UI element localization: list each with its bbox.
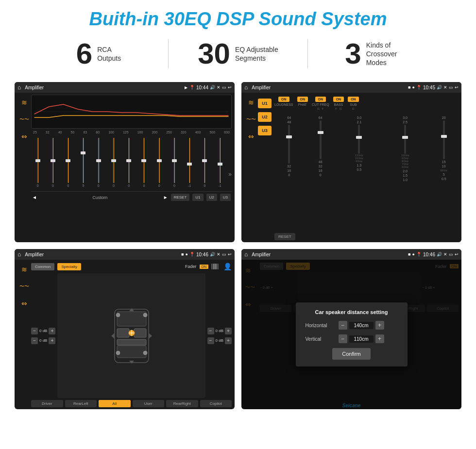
svg-marker-18 bbox=[149, 333, 152, 338]
speaker-icon-2: 🔊 bbox=[437, 85, 442, 90]
eq-slider-11[interactable]: 0 bbox=[198, 138, 211, 187]
screen-eq: ⌂ Amplifier ▶ 📍 10:44 🔊 ✕ ▭ ↩ ≋ 〜〜 ⇔ bbox=[15, 82, 235, 242]
wave-icon-2[interactable]: 〜〜 bbox=[246, 116, 256, 123]
db-left-bottom-plus[interactable]: + bbox=[49, 337, 55, 344]
vertical-minus[interactable]: − bbox=[339, 334, 347, 343]
home-icon-2[interactable]: ⌂ bbox=[244, 84, 248, 91]
vertical-plus[interactable]: + bbox=[375, 334, 384, 343]
db-right-bottom-minus[interactable]: − bbox=[207, 337, 214, 344]
eq-bottom-bar: ◄ Custom ► RESET U1 U2 U3 bbox=[31, 191, 232, 203]
profile-icon-3[interactable]: 👤 bbox=[223, 263, 232, 270]
confirm-button[interactable]: Confirm bbox=[332, 348, 371, 360]
eq-slider-2[interactable]: 0 bbox=[62, 138, 75, 187]
back-icon-2[interactable]: ↩ bbox=[455, 85, 459, 90]
eq-reset-btn[interactable]: RESET bbox=[171, 194, 190, 201]
screen-speaker: ⌂ Amplifier ■ ● 📍 10:46 🔊 ✕ ▭ ↩ ≋ 〜〜 ⇔ bbox=[15, 249, 235, 409]
modal-title: Car speaker distance setting bbox=[306, 309, 398, 315]
speaker-layout-area: − 0 dB + − 0 dB + bbox=[31, 273, 232, 398]
eq-freq-labels: 25 32 40 50 63 80 100 125 160 200 250 32… bbox=[31, 131, 232, 134]
btn-copilot[interactable]: Copilot bbox=[200, 400, 232, 407]
vertical-control: − 110cm + bbox=[339, 334, 384, 343]
eq-icon-2[interactable]: ≋ bbox=[248, 99, 254, 106]
horizontal-label: Horizontal bbox=[306, 323, 335, 328]
back-icon-4[interactable]: ↩ bbox=[455, 252, 459, 257]
svg-marker-17 bbox=[111, 333, 114, 338]
eq-next-btn[interactable]: ► bbox=[163, 195, 168, 200]
home-icon-3[interactable]: ⌂ bbox=[17, 251, 21, 258]
sub-on[interactable]: ON bbox=[348, 97, 359, 102]
eq-slider-12[interactable]: -1 bbox=[213, 138, 226, 187]
horizontal-control: − 140cm + bbox=[339, 321, 384, 330]
stat-crossover-number: 3 bbox=[345, 39, 361, 68]
eq-slider-6[interactable]: 0 bbox=[122, 138, 136, 187]
stat-rca: 6 RCAOutputs bbox=[29, 39, 168, 68]
screen1-sidebar: ≋ 〜〜 ⇔ bbox=[17, 95, 31, 240]
eq-slider-7[interactable]: 0 bbox=[137, 138, 151, 187]
right-controls: − 0 dB + − 0 dB + bbox=[207, 273, 232, 398]
horizontal-minus[interactable]: − bbox=[339, 321, 347, 330]
screen3-content: ≋ 〜〜 ⇔ Common Specialty Fader ON bbox=[15, 260, 235, 409]
preset-u1[interactable]: U1 bbox=[258, 99, 272, 108]
preset-u3[interactable]: U3 bbox=[258, 126, 272, 135]
amp-reset-btn[interactable]: RESET bbox=[274, 233, 295, 240]
eq-u2-btn[interactable]: U2 bbox=[206, 194, 217, 201]
eq-graph bbox=[31, 95, 232, 129]
eq-slider-5[interactable]: 0 bbox=[107, 138, 120, 187]
window-icon-3: ▭ bbox=[222, 252, 226, 257]
btn-driver[interactable]: Driver bbox=[31, 400, 63, 407]
tab-common-3[interactable]: Common bbox=[31, 263, 54, 270]
wave-icon-1[interactable]: 〜〜 bbox=[19, 116, 29, 123]
eq-slider-1[interactable]: 0 bbox=[46, 138, 59, 187]
home-icon-1[interactable]: ⌂ bbox=[17, 84, 21, 91]
close-icon-1: ✕ bbox=[217, 85, 221, 90]
fader-on-btn[interactable]: ON bbox=[200, 265, 209, 269]
screen3-main: Common Specialty Fader ON 👤 bbox=[31, 262, 232, 407]
play-icon-1: ▶ bbox=[185, 85, 187, 90]
eq-icon-3[interactable]: ≋ bbox=[21, 266, 27, 273]
home-icon-4[interactable]: ⌂ bbox=[244, 251, 248, 258]
db-right-bottom-plus[interactable]: + bbox=[225, 337, 232, 344]
eq-slider-10[interactable]: -1 bbox=[183, 138, 196, 187]
eq-svg bbox=[34, 97, 229, 126]
horizontal-plus[interactable]: + bbox=[375, 321, 384, 330]
wave-icon-3[interactable]: 〜〜 bbox=[19, 283, 29, 290]
eq-u1-btn[interactable]: U1 bbox=[192, 194, 203, 201]
eq-slider-0[interactable]: 0 bbox=[31, 138, 44, 187]
close-icon-3: ✕ bbox=[217, 252, 221, 257]
eq-slider-3[interactable]: 5 bbox=[77, 138, 90, 187]
screen1-content: ≋ 〜〜 ⇔ bbox=[15, 93, 235, 242]
amp-top-row: ON LOUDNESS ON PHAT ON CUT FREQ G F bbox=[274, 95, 459, 112]
db-left-bottom-minus[interactable]: − bbox=[31, 337, 38, 344]
eq-u3-btn[interactable]: U3 bbox=[220, 194, 231, 201]
arrows-icon-1[interactable]: ⇔ bbox=[21, 133, 27, 140]
btn-rear-right[interactable]: RearRight bbox=[166, 400, 198, 407]
cutfreq-on[interactable]: ON bbox=[315, 97, 326, 102]
arrows-icon-3[interactable]: ⇔ bbox=[21, 299, 27, 307]
db-left-top-plus[interactable]: + bbox=[49, 328, 55, 334]
eq-slider-4[interactable]: 0 bbox=[92, 138, 105, 187]
back-icon-1[interactable]: ↩ bbox=[228, 85, 232, 90]
db-right-top-plus[interactable]: + bbox=[225, 328, 232, 334]
btn-all[interactable]: All bbox=[99, 400, 131, 407]
eq-icon-1[interactable]: ≋ bbox=[21, 99, 27, 106]
bass-on[interactable]: ON bbox=[333, 97, 344, 102]
back-icon-3[interactable]: ↩ bbox=[228, 252, 232, 257]
preset-u2[interactable]: U2 bbox=[258, 112, 272, 122]
btn-user[interactable]: User bbox=[133, 400, 165, 407]
svg-rect-7 bbox=[117, 339, 146, 345]
eq-slider-9[interactable]: 0 bbox=[168, 138, 181, 187]
stat-eq-number: 30 bbox=[198, 39, 230, 68]
svg-point-13 bbox=[116, 351, 120, 355]
db-left-bottom-val: 0 dB bbox=[39, 338, 47, 343]
speaker-icon-4: 🔊 bbox=[437, 252, 442, 257]
arrows-icon-2[interactable]: ⇔ bbox=[248, 133, 254, 140]
loudness-group: ON LOUDNESS bbox=[274, 97, 293, 110]
db-left-top-minus[interactable]: − bbox=[31, 328, 38, 334]
loudness-on[interactable]: ON bbox=[278, 97, 289, 102]
btn-rear-left[interactable]: RearLeft bbox=[65, 400, 97, 407]
eq-prev-btn[interactable]: ◄ bbox=[32, 195, 37, 200]
phat-on[interactable]: ON bbox=[297, 97, 308, 102]
tab-specialty-3[interactable]: Specialty bbox=[57, 263, 81, 270]
db-right-top-minus[interactable]: − bbox=[207, 328, 214, 334]
eq-slider-8[interactable]: 0 bbox=[153, 138, 166, 187]
